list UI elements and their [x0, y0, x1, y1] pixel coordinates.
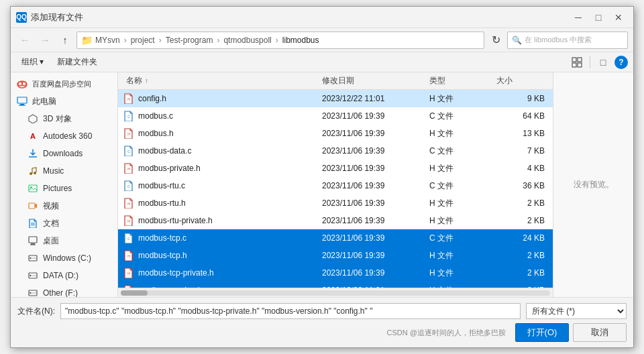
watermark: CSDN @追逐时间的人，拒绝多巴胺 — [387, 328, 506, 338]
up-button[interactable]: ↑ — [56, 32, 74, 49]
table-row[interactable]: H modbus-rtu.h 2023/11/06 19:39 H 文件 2 K… — [118, 194, 553, 212]
filename-input[interactable] — [60, 303, 521, 319]
sidebar-item-music[interactable]: Music — [11, 162, 117, 180]
table-row[interactable]: H modbus-private.h 2023/11/06 19:39 H 文件… — [118, 160, 553, 177]
address-bar[interactable]: 📁 MYsvn › project › Test-program › qtmod… — [76, 32, 484, 49]
view-toggle-button[interactable] — [568, 54, 586, 70]
pictures-icon — [27, 182, 39, 194]
sidebar-item-documents[interactable]: 文档 — [11, 215, 117, 232]
file-size: 2 KB — [494, 268, 547, 278]
sep2: › — [159, 36, 162, 45]
sep1: › — [124, 36, 127, 45]
file-type: C 文件 — [427, 180, 494, 192]
open-button[interactable]: 打开(O) — [515, 323, 569, 342]
file-size: 4 KB — [494, 164, 547, 173]
cancel-button[interactable]: 取消 — [573, 323, 627, 342]
table-row[interactable]: H modbus-tcp.h 2023/11/06 19:39 H 文件 2 K… — [118, 247, 553, 264]
hscroll-track — [121, 290, 550, 296]
file-icon: H — [123, 198, 134, 209]
svg-rect-14 — [29, 185, 37, 192]
sidebar-label-other-f: Other (F:) — [43, 288, 78, 297]
file-date: 2023/11/06 19:39 — [319, 198, 427, 208]
table-row[interactable]: H modbus-version.h 2023/12/22 11:01 H 文件… — [118, 282, 553, 288]
sidebar-item-data-d[interactable]: DATA (D:) — [11, 267, 117, 284]
sidebar-item-thispc[interactable]: 此电脑 — [11, 93, 117, 110]
table-row[interactable]: C modbus-tcp.c 2023/11/06 19:39 C 文件 24 … — [118, 229, 553, 247]
window-view-button[interactable]: □ — [594, 54, 612, 70]
main-area: 百度网盘同步空间 此电脑 3D 对象 A Autodesk 360 — [11, 72, 633, 297]
search-bar[interactable]: 🔍 在 libmodbus 中搜索 — [507, 32, 628, 49]
file-name: modbus-private.h — [138, 164, 201, 173]
desktop-icon — [27, 235, 39, 247]
sidebar-item-other-f[interactable]: Other (F:) — [11, 284, 117, 297]
file-date: 2023/11/06 19:39 — [319, 233, 427, 243]
table-row[interactable]: H config.h 2023/12/22 11:01 H 文件 9 KB — [118, 90, 553, 107]
view-grid-icon — [572, 57, 582, 68]
file-size: 7 KB — [494, 146, 547, 156]
help-button[interactable]: ? — [614, 56, 628, 69]
hscroll-thumb — [121, 290, 148, 296]
file-date: 2023/11/06 19:39 — [319, 111, 427, 121]
file-icon: C — [123, 233, 134, 243]
svg-rect-1 — [578, 58, 582, 62]
sidebar-item-videos[interactable]: 视频 — [11, 197, 117, 215]
col-size-label: 大小 — [496, 75, 513, 86]
refresh-button[interactable]: ↻ — [487, 32, 504, 49]
close-button[interactable]: ✕ — [609, 8, 628, 27]
table-row[interactable]: C modbus-rtu.c 2023/11/06 19:39 C 文件 36 … — [118, 177, 553, 194]
pc-icon — [16, 95, 28, 107]
table-row[interactable]: C modbus.c 2023/11/06 19:39 C 文件 64 KB — [118, 107, 553, 125]
sidebar-item-desktop[interactable]: 桌面 — [11, 232, 117, 249]
sort-arrow: ↑ — [145, 77, 148, 84]
file-name: modbus-rtu.c — [138, 181, 185, 190]
title-bar-controls: ─ □ ✕ — [569, 8, 628, 27]
dialog-window: QQ 添加现有文件 ─ □ ✕ ← → ↑ 📁 MYsvn › project … — [10, 6, 634, 348]
new-folder-button[interactable]: 新建文件夹 — [52, 54, 103, 70]
filename-label: 文件名(N): — [17, 306, 55, 317]
file-size: 64 KB — [494, 111, 547, 121]
sep4: › — [276, 36, 278, 45]
organize-button[interactable]: 组织 ▾ — [16, 54, 49, 70]
col-size-header[interactable]: 大小 — [494, 75, 547, 86]
col-name-header[interactable]: 名称 ↑ — [123, 75, 319, 86]
file-type: H 文件 — [427, 93, 494, 105]
sidebar-label-videos: 视频 — [43, 200, 59, 212]
sidebar-label-music: Music — [43, 166, 64, 176]
svg-rect-20 — [31, 243, 35, 245]
sidebar-label-data-d: DATA (D:) — [43, 271, 78, 280]
search-placeholder: 在 libmodbus 中搜索 — [525, 35, 592, 45]
sidebar-item-autodesk[interactable]: A Autodesk 360 — [11, 127, 117, 145]
filetype-select[interactable]: 所有文件 (*) — [526, 303, 627, 319]
file-icon: H — [123, 268, 134, 278]
file-type: H 文件 — [427, 198, 494, 209]
file-name: modbus-rtu.h — [138, 198, 186, 208]
table-row[interactable]: H modbus.h 2023/11/06 19:39 H 文件 13 KB — [118, 125, 553, 142]
forward-button[interactable]: → — [36, 32, 54, 49]
sidebar-item-windows-c[interactable]: Windows (C:) — [11, 249, 117, 267]
file-table-header: 名称 ↑ 修改日期 类型 大小 — [118, 72, 553, 90]
table-row[interactable]: C modbus-data.c 2023/11/06 19:39 C 文件 7 … — [118, 142, 553, 160]
svg-rect-7 — [17, 97, 27, 103]
maximize-button[interactable]: □ — [589, 8, 608, 27]
file-size: 2 KB — [494, 216, 547, 225]
minimize-button[interactable]: ─ — [569, 8, 588, 27]
col-date-header[interactable]: 修改日期 — [319, 75, 427, 86]
sidebar-item-3dobjects[interactable]: 3D 对象 — [11, 110, 117, 127]
sidebar-item-baidu[interactable]: 百度网盘同步空间 — [11, 75, 117, 93]
file-date: 2023/11/06 19:39 — [319, 129, 427, 138]
search-icon: 🔍 — [512, 36, 522, 45]
sidebar-item-pictures[interactable]: Pictures — [11, 180, 117, 197]
table-row[interactable]: H modbus-tcp-private.h 2023/11/06 19:39 … — [118, 264, 553, 282]
table-row[interactable]: H modbus-rtu-private.h 2023/11/06 19:39 … — [118, 212, 553, 229]
hscroll-bar[interactable] — [118, 288, 553, 297]
svg-text:C: C — [127, 184, 130, 188]
sidebar-label-pictures: Pictures — [43, 184, 72, 193]
svg-point-26 — [30, 275, 31, 276]
video-icon — [27, 200, 39, 212]
col-type-header[interactable]: 类型 — [427, 75, 494, 86]
app-icon: QQ — [16, 12, 27, 23]
file-name: modbus-tcp.c — [138, 233, 186, 243]
back-button[interactable]: ← — [16, 32, 34, 49]
sidebar-item-downloads[interactable]: Downloads — [11, 145, 117, 162]
file-type: H 文件 — [427, 128, 494, 139]
